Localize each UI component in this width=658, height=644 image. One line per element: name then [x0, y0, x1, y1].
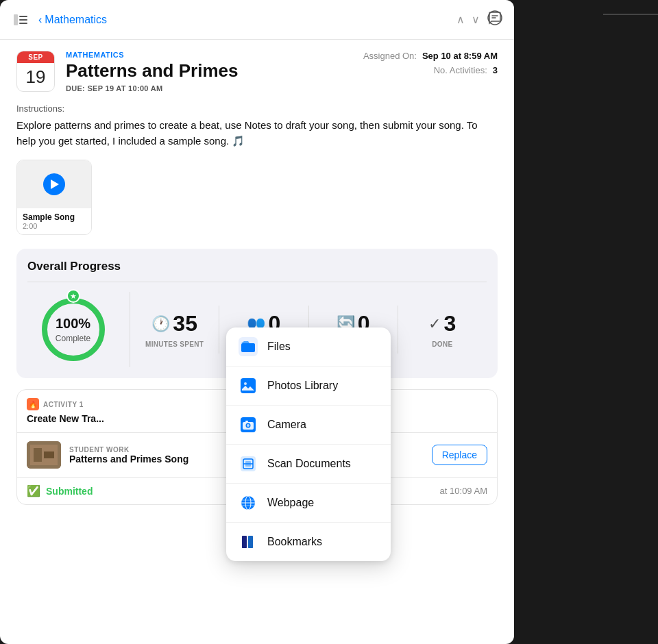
nav-bar: ‹ Mathematics ∧ ∨: [0, 0, 514, 40]
stat-minutes-spent: 🕐 35 MINUTES SPENT: [130, 306, 219, 354]
files-icon: [239, 337, 258, 356]
activities-value: 3: [493, 65, 498, 75]
bookmarks-icon: [239, 532, 258, 552]
svg-point-13: [244, 382, 247, 385]
progress-title: Overall Progress: [27, 260, 487, 282]
svg-rect-2: [19, 19, 27, 21]
calendar-day: 19: [17, 63, 54, 91]
menu-item-files[interactable]: Files: [226, 327, 391, 367]
complete-label: Complete: [56, 334, 90, 343]
instructions-text: Explore patterns and primes to create a …: [16, 118, 498, 149]
files-label: Files: [267, 340, 291, 353]
done-icon: ✓: [428, 315, 441, 333]
bookmarks-label: Bookmarks: [267, 536, 322, 548]
photos-label: Photos Library: [267, 380, 338, 392]
activities-row: No. Activities: 3: [434, 65, 498, 75]
svg-rect-12: [241, 378, 256, 393]
activity-card-1[interactable]: 🔥 ACTIVITY 1 Create New Tra...: [17, 390, 258, 432]
submitted-check-icon: ✅: [27, 484, 40, 497]
main-panel: ‹ Mathematics ∧ ∨ SEP 19 MATHEM: [0, 0, 514, 644]
activity-1-title: Create New Tra...: [27, 413, 247, 424]
play-button[interactable]: [43, 173, 65, 195]
camera-label: Camera: [267, 419, 306, 431]
done-label: DONE: [432, 340, 452, 348]
stat-done: ✓ 3 DONE: [398, 306, 487, 354]
song-duration: 2:00: [23, 222, 86, 230]
progress-circle: ★ 100% Complete: [36, 292, 111, 367]
svg-rect-11: [241, 343, 255, 352]
menu-item-bookmarks[interactable]: Bookmarks: [226, 523, 391, 561]
nav-actions: ∧ ∨: [456, 10, 503, 29]
menu-item-scan[interactable]: Scan Documents: [226, 445, 391, 484]
top-line-decoration: [603, 14, 658, 15]
minutes-label: MINUTES SPENT: [145, 340, 204, 348]
scan-icon: [239, 454, 258, 473]
minutes-value: 35: [173, 311, 197, 336]
comment-button[interactable]: [487, 10, 503, 29]
svg-rect-0: [14, 14, 18, 25]
calendar-icon: SEP 19: [16, 51, 55, 92]
svg-rect-1: [19, 16, 27, 17]
song-card-info: Sample Song 2:00: [17, 208, 91, 234]
svg-rect-3: [19, 23, 27, 24]
svg-rect-10: [44, 451, 54, 458]
sidebar-toggle-button[interactable]: [11, 12, 30, 27]
activities-label: No. Activities:: [434, 65, 487, 75]
svg-point-17: [247, 424, 249, 427]
instructions-section: Instructions: Explore patterns and prime…: [16, 103, 498, 149]
play-icon: [51, 179, 59, 189]
circle-text: 100% Complete: [56, 316, 90, 344]
assigned-value: Sep 10 at 8:59 AM: [422, 51, 498, 61]
song-card-thumbnail: [17, 160, 91, 208]
done-value: 3: [443, 311, 456, 336]
submitted-text: Submitted: [46, 486, 93, 497]
calendar-month: SEP: [17, 51, 54, 63]
replace-button[interactable]: Replace: [432, 445, 487, 465]
stat-icon-num-done: ✓ 3: [428, 311, 456, 336]
stat-icon-num-minutes: 🕐 35: [151, 311, 197, 336]
svg-rect-18: [245, 421, 248, 422]
menu-item-webpage[interactable]: Webpage: [226, 484, 391, 523]
clock-icon: 🕐: [151, 315, 170, 333]
progress-circle-container: ★ 100% Complete: [27, 292, 130, 367]
back-label: Mathematics: [45, 14, 107, 26]
song-title: Sample Song: [23, 212, 86, 222]
submitted-time: at 10:09 AM: [440, 486, 487, 496]
assignment-title: Patterns and Primes: [66, 60, 350, 82]
chevron-left-icon: ‹: [38, 14, 42, 26]
chevron-up-button[interactable]: ∧: [456, 13, 465, 26]
chevron-down-button[interactable]: ∨: [472, 13, 480, 26]
due-date: DUE: SEP 19 AT 10:00 AM: [66, 84, 350, 92]
camera-icon: [239, 415, 258, 434]
subject-label: MATHEMATICS: [66, 51, 350, 59]
webpage-label: Webpage: [267, 497, 314, 509]
scan-label: Scan Documents: [267, 458, 351, 470]
menu-item-camera[interactable]: Camera: [226, 406, 391, 445]
percent-value: 100%: [56, 316, 90, 332]
meta-info: Assigned On: Sep 10 at 8:59 AM No. Activ…: [361, 51, 498, 92]
webpage-icon: [239, 493, 258, 512]
activity-1-num: 🔥 ACTIVITY 1: [27, 398, 247, 410]
instructions-label: Instructions:: [16, 103, 498, 114]
assigned-on-row: Assigned On: Sep 10 at 8:59 AM: [363, 51, 498, 61]
context-menu: Files Photos Library: [226, 327, 391, 561]
photos-icon: [239, 376, 258, 395]
back-button[interactable]: ‹ Mathematics: [38, 14, 107, 26]
student-work-thumbnail: [27, 441, 61, 469]
sample-song-card[interactable]: Sample Song 2:00: [16, 160, 92, 235]
assignment-info: MATHEMATICS Patterns and Primes DUE: SEP…: [66, 51, 350, 92]
svg-rect-9: [34, 448, 42, 462]
assigned-label: Assigned On:: [363, 51, 417, 61]
star-badge: ★: [66, 289, 80, 303]
header-section: SEP 19 MATHEMATICS Patterns and Primes D…: [16, 51, 498, 92]
activity-1-icon: 🔥: [27, 398, 39, 410]
menu-item-photos[interactable]: Photos Library: [226, 367, 391, 406]
dark-background: [514, 0, 658, 644]
